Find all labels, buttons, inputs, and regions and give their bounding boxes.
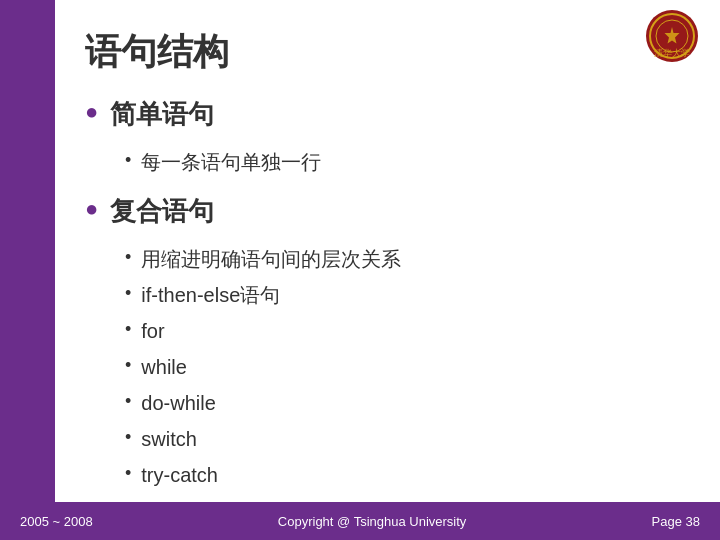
bullet-sub-icon: • [125,315,131,344]
main-content: 语句结构 ● 简单语句 • 每一条语句单独一行 ● 复合语句 • 用缩进明确语句… [55,0,720,540]
list-item: • for [125,315,690,347]
list-item: • 用缩进明确语句间的层次关系 [125,243,690,275]
footer-page: Page 38 [652,514,700,529]
sub-item-text: switch [141,423,197,455]
bullet-sub-icon: • [125,423,131,452]
bullet-sub-icon: • [125,387,131,416]
footer-copyright: Copyright @ Tsinghua University [278,514,467,529]
bullet-sub-icon: • [125,243,131,272]
bullet-sub-icon: • [125,351,131,380]
sub-list-simple: • 每一条语句单独一行 [125,146,690,178]
bullet-main-2: ● [85,196,98,222]
sub-list-compound: • 用缩进明确语句间的层次关系 • if-then-else语句 • for •… [125,243,690,491]
list-item: • if-then-else语句 [125,279,690,311]
sub-item-text: 用缩进明确语句间的层次关系 [141,243,401,275]
section-simple: ● 简单语句 [85,97,690,132]
section-compound: ● 复合语句 [85,194,690,229]
section-compound-title: 复合语句 [110,194,214,229]
footer-bar: 2005 ~ 2008 Copyright @ Tsinghua Univers… [0,502,720,540]
slide-title: 语句结构 [85,28,690,77]
sub-item-text: if-then-else语句 [141,279,280,311]
left-accent-bar [0,0,55,540]
sub-item-text: do-while [141,387,215,419]
bullet-sub-icon: • [125,279,131,308]
sub-item-text: while [141,351,187,383]
list-item: • try-catch [125,459,690,491]
list-item: • do-while [125,387,690,419]
sub-item-text: 每一条语句单独一行 [141,146,321,178]
list-item: • switch [125,423,690,455]
footer-year: 2005 ~ 2008 [20,514,93,529]
bullet-sub-icon: • [125,146,131,175]
list-item: • 每一条语句单独一行 [125,146,690,178]
sub-item-text: for [141,315,164,347]
sub-item-text: try-catch [141,459,218,491]
section-simple-title: 简单语句 [110,97,214,132]
bullet-sub-icon: • [125,459,131,488]
list-item: • while [125,351,690,383]
bullet-main-1: ● [85,99,98,125]
